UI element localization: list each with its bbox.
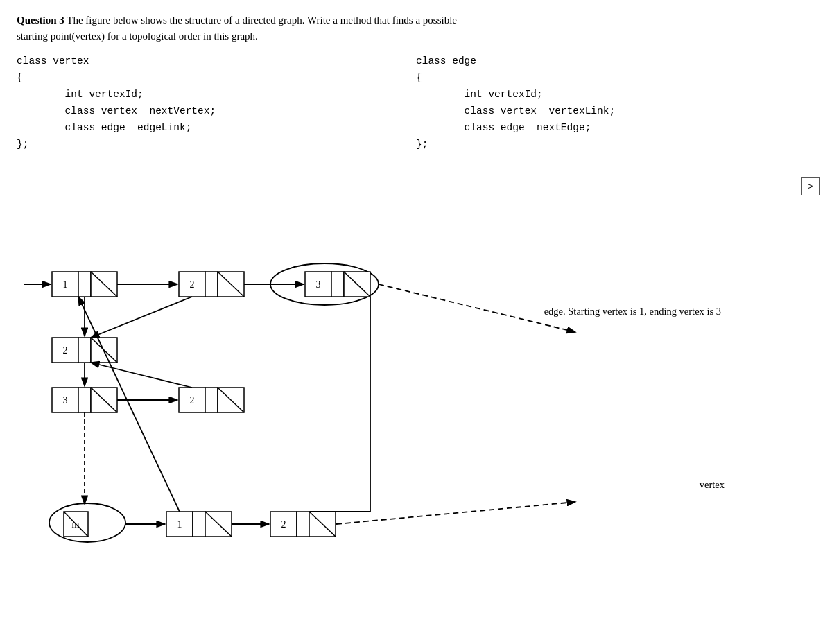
edge-class-code: class edge { int vertexId; class vertex … [416,53,815,153]
svg-text:2: 2 [281,519,286,530]
svg-text:3: 3 [316,279,321,290]
svg-text:2: 2 [190,279,195,290]
svg-rect-40 [193,512,205,537]
svg-text:2: 2 [63,345,68,356]
svg-rect-20 [205,272,218,297]
svg-line-57 [91,363,192,388]
question-body-2: starting point(vertex) for a topological… [17,31,258,42]
question-body: The figure below shows the structure of … [67,15,457,26]
svg-text:1: 1 [177,519,182,530]
code-section: class vertex { int vertexId; class verte… [17,53,815,153]
svg-text:3: 3 [63,395,68,406]
svg-line-56 [91,297,192,338]
question-section: Question 3 The figure below shows the st… [0,0,832,162]
svg-rect-5 [78,272,91,297]
svg-rect-45 [297,512,309,537]
svg-rect-15 [78,388,91,412]
svg-rect-31 [205,388,218,412]
svg-rect-26 [331,272,344,297]
graph-diagram: 1 2 3 2 3 [0,169,832,585]
svg-line-51 [379,284,575,332]
question-number: Question 3 [17,15,64,26]
svg-line-63 [336,502,575,524]
svg-text:1: 1 [63,279,68,290]
svg-text:2: 2 [190,395,195,406]
vertex-class-code: class vertex { int vertexId; class verte… [17,53,416,153]
svg-rect-10 [78,338,91,363]
question-text: Question 3 The figure below shows the st… [17,12,815,44]
graph-section: > edge. Starting vertex is 1, ending ver… [0,169,832,585]
